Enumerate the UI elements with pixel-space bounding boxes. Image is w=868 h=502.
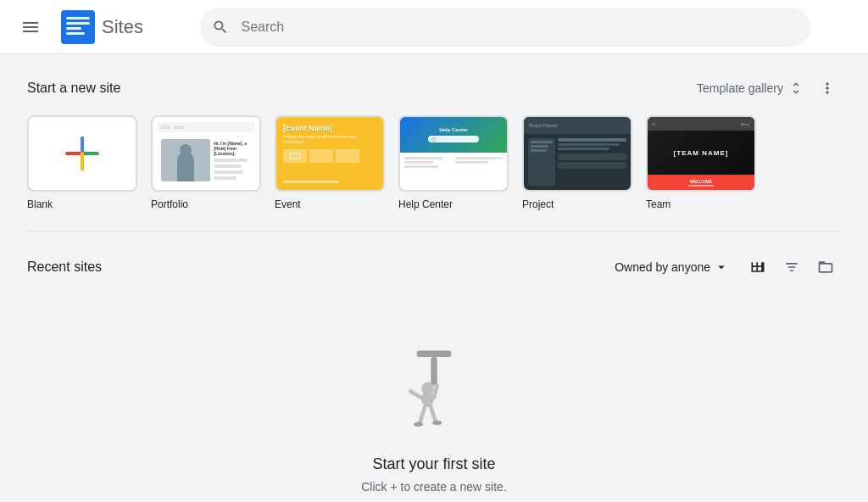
owned-by-button[interactable]: Owned by anyone xyxy=(608,254,736,280)
sites-logo-icon xyxy=(61,10,95,44)
team-preview: ≡ Menu [TEAM NAME] WELCOME xyxy=(648,117,754,190)
section-divider xyxy=(27,231,841,231)
templates-grid: Blank Hi, I xyxy=(27,115,841,210)
svg-rect-3 xyxy=(66,27,81,30)
folder-icon xyxy=(817,259,834,276)
template-event[interactable]: [Event Name] A three day event of talks … xyxy=(275,115,385,210)
template-team-label: Team xyxy=(646,198,756,210)
template-event-thumb[interactable]: [Event Name] A three day event of talks … xyxy=(275,115,385,192)
template-project-label: Project xyxy=(522,198,632,210)
menu-button[interactable] xyxy=(14,10,47,44)
sort-button[interactable] xyxy=(776,252,807,282)
app-logo[interactable]: Sites xyxy=(61,10,143,44)
grid-view-icon xyxy=(749,259,766,276)
svg-rect-4 xyxy=(66,32,85,35)
folder-view-button[interactable] xyxy=(810,252,841,282)
recent-controls: Owned by anyone xyxy=(608,252,841,282)
template-blank-label: Blank xyxy=(27,198,137,210)
svg-line-17 xyxy=(431,407,436,421)
plus-icon xyxy=(62,133,103,174)
chevron-down-icon xyxy=(714,259,729,275)
template-project[interactable]: Project Planner xyxy=(522,115,632,210)
svg-rect-11 xyxy=(431,357,437,385)
template-gallery-controls: Template gallery xyxy=(690,75,841,102)
template-project-thumb[interactable]: Project Planner xyxy=(522,115,632,192)
help-center-preview: Help Center xyxy=(400,117,507,190)
sort-icon xyxy=(783,259,800,276)
event-preview: [Event Name] A three day event of talks … xyxy=(276,117,383,190)
svg-line-16 xyxy=(420,407,425,422)
template-portfolio-thumb[interactable]: Hi, I'm [Name], a [Role] from [Location]… xyxy=(151,115,261,192)
template-event-label: Event xyxy=(275,198,385,210)
chevron-up-down-icon xyxy=(788,81,804,96)
templates-section-title: Start a new site xyxy=(27,81,120,96)
empty-state-title: Start your first site xyxy=(372,455,495,473)
template-help-center-label: Help Center xyxy=(398,198,509,210)
more-options-button[interactable] xyxy=(814,75,841,102)
app-header: Sites xyxy=(0,0,868,54)
template-help-center[interactable]: Help Center xyxy=(398,115,509,210)
template-portfolio-label: Portfolio xyxy=(151,198,261,210)
grid-view-button[interactable] xyxy=(743,252,773,282)
search-container xyxy=(200,8,810,47)
svg-rect-2 xyxy=(66,22,90,25)
main-content: Start a new site Template gallery xyxy=(0,54,868,502)
empty-state: Start your first site Click + to create … xyxy=(27,303,841,502)
portfolio-preview: Hi, I'm [Name], a [Role] from [Location]… xyxy=(153,117,259,190)
template-blank-thumb[interactable] xyxy=(27,115,137,192)
empty-state-subtitle: Click + to create a new site. xyxy=(361,480,507,494)
svg-line-15 xyxy=(434,385,437,398)
app-title: Sites xyxy=(102,16,143,38)
view-controls xyxy=(743,252,841,282)
recent-sites-header: Recent sites Owned by anyone xyxy=(27,252,841,282)
svg-rect-1 xyxy=(66,17,90,20)
templates-section-header: Start a new site Template gallery xyxy=(27,75,841,102)
empty-state-illustration xyxy=(383,337,485,438)
search-input[interactable] xyxy=(200,8,810,47)
template-gallery-button[interactable]: Template gallery xyxy=(690,75,810,101)
svg-point-18 xyxy=(414,422,423,427)
svg-point-19 xyxy=(432,421,442,426)
svg-point-13 xyxy=(421,382,434,395)
project-preview: Project Planner xyxy=(524,117,631,190)
template-help-center-thumb[interactable]: Help Center xyxy=(398,115,509,192)
template-team[interactable]: ≡ Menu [TEAM NAME] WELCOME Team xyxy=(646,115,756,210)
svg-line-14 xyxy=(410,392,421,398)
template-team-thumb[interactable]: ≡ Menu [TEAM NAME] WELCOME xyxy=(646,115,756,192)
recent-sites-title: Recent sites xyxy=(27,259,102,275)
template-portfolio[interactable]: Hi, I'm [Name], a [Role] from [Location]… xyxy=(151,115,261,210)
search-icon xyxy=(212,19,229,36)
svg-rect-10 xyxy=(417,351,452,357)
template-blank[interactable]: Blank xyxy=(27,115,137,210)
